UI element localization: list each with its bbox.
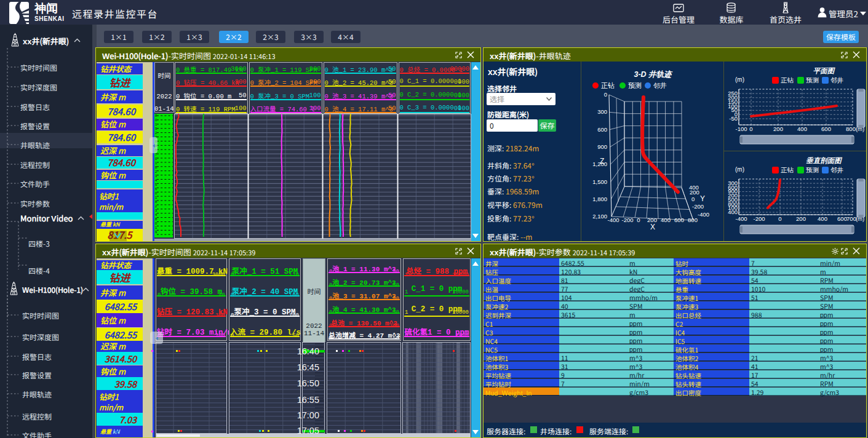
svg-text:正钻: 正钻 xyxy=(781,76,794,84)
svg-text:Y: Y xyxy=(700,194,705,203)
svg-text:2,100: 2,100 xyxy=(592,213,607,220)
svg-text:400: 400 xyxy=(818,215,827,222)
svg-text:0: 0 xyxy=(691,196,695,202)
svg-text:800: 800 xyxy=(688,217,698,223)
svg-text:-200: -200 xyxy=(753,215,765,222)
svg-text:0: 0 xyxy=(604,91,607,98)
svg-text:0: 0 xyxy=(749,125,752,132)
svg-text:平面图: 平面图 xyxy=(813,67,835,74)
svg-text:预测: 预测 xyxy=(806,166,819,173)
svg-text:600: 600 xyxy=(821,125,831,132)
svg-text:16:50: 16:50 xyxy=(297,378,319,388)
svg-text:SHENKAI: SHENKAI xyxy=(34,15,65,22)
svg-text:200: 200 xyxy=(690,189,699,196)
svg-text:200: 200 xyxy=(773,125,783,132)
svg-text:400: 400 xyxy=(728,209,738,215)
svg-text:-200: -200 xyxy=(692,203,704,210)
svg-text:正钻: 正钻 xyxy=(601,82,615,89)
svg-text:400: 400 xyxy=(797,125,807,132)
svg-text:400: 400 xyxy=(661,217,671,223)
svg-text:邻井: 邻井 xyxy=(653,82,667,89)
svg-text:-400: -400 xyxy=(698,211,709,218)
svg-text:16:45: 16:45 xyxy=(297,362,319,372)
svg-text:600: 600 xyxy=(674,217,684,223)
svg-text:1,800: 1,800 xyxy=(592,196,607,202)
svg-text:300: 300 xyxy=(597,108,607,115)
svg-text:200: 200 xyxy=(796,215,806,222)
svg-text:-200: -200 xyxy=(621,217,633,223)
svg-text:600: 600 xyxy=(837,215,847,222)
svg-text:预测: 预测 xyxy=(628,82,642,89)
svg-text:900: 900 xyxy=(597,143,607,150)
svg-text:1,500: 1,500 xyxy=(592,178,607,185)
svg-text:正钻: 正钻 xyxy=(781,166,794,173)
svg-text:X: X xyxy=(650,223,655,231)
svg-text:16:55: 16:55 xyxy=(297,395,319,405)
svg-text:垂直剖面图: 垂直剖面图 xyxy=(806,156,842,164)
svg-text:16:40: 16:40 xyxy=(297,346,319,356)
svg-text:(m): (m) xyxy=(735,166,744,173)
svg-text:0: 0 xyxy=(637,217,640,223)
svg-text:-400: -400 xyxy=(607,217,619,223)
svg-text:-50: -50 xyxy=(729,115,738,122)
svg-text:神闻: 神闻 xyxy=(34,2,58,15)
svg-text:预测: 预测 xyxy=(806,76,819,84)
svg-text:0: 0 xyxy=(778,215,781,222)
svg-text:3-D 井轨迹: 3-D 井轨迹 xyxy=(634,70,673,79)
svg-text:Z: Z xyxy=(600,157,604,165)
svg-text:邻井: 邻井 xyxy=(830,166,843,173)
svg-text:17:00: 17:00 xyxy=(297,410,319,420)
svg-text:(m): (m) xyxy=(735,76,744,83)
svg-text:-400: -400 xyxy=(735,215,747,222)
svg-text:邻井: 邻井 xyxy=(830,76,843,84)
svg-text:17:05: 17:05 xyxy=(297,426,319,434)
svg-text:-100: -100 xyxy=(735,125,747,132)
svg-text:700: 700 xyxy=(846,215,856,222)
svg-text:600: 600 xyxy=(597,126,607,133)
svg-text:800: 800 xyxy=(846,125,856,132)
